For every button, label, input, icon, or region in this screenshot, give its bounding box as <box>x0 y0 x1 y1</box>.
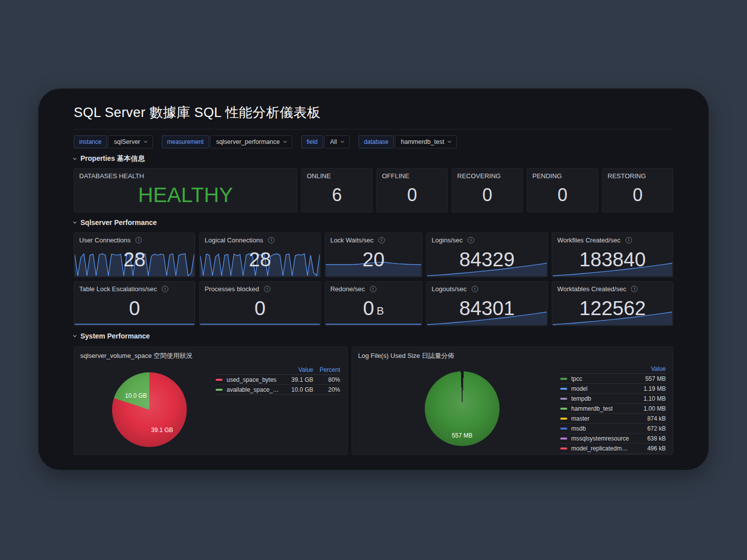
legend-header-row: ValuePercent <box>216 365 340 375</box>
legend-row-tpcc[interactable]: tpcc557 MB <box>560 374 666 384</box>
legend-series-label: available_space_bytes <box>227 386 279 393</box>
stat-value: 84329 <box>427 244 547 277</box>
title-divider <box>74 129 673 129</box>
chevron-down-icon <box>73 220 76 223</box>
legend-value: 1.19 MB <box>630 385 666 392</box>
legend-percent: 80% <box>313 376 340 383</box>
stat-panel-title: PENDING <box>532 172 562 180</box>
performance-panels-row-2: Table Lock Escalations/seci0Processes bl… <box>74 281 673 326</box>
legend-row-available-space-bytes[interactable]: available_space_bytes10.0 GB20% <box>216 385 340 395</box>
legend-row-tempdb[interactable]: tempdb1.10 MB <box>560 394 666 404</box>
series-color-swatch <box>560 438 567 440</box>
stat-value: 28 <box>200 244 320 277</box>
filter-label-field: field <box>301 135 323 148</box>
section-title: Sqlserver Performance <box>81 219 157 226</box>
info-icon[interactable]: i <box>472 286 478 292</box>
panel-workfiles-created-sec: Workfiles Created/seci183840 <box>552 232 673 277</box>
info-icon[interactable]: i <box>162 286 168 292</box>
stat-value: 28 <box>74 244 195 277</box>
stat-panel-title: Logouts/sec <box>432 285 467 293</box>
stat-panel-title: OFFLINE <box>382 172 409 180</box>
stat-panel-title: RECOVERING <box>457 172 500 180</box>
stat-panel-title: RESTORING <box>608 172 646 180</box>
info-icon[interactable]: i <box>268 237 274 243</box>
filter-select-measurement[interactable]: sqlserver_performance <box>210 135 292 148</box>
series-color-swatch <box>216 389 223 391</box>
panel-processes-blocked: Processes blockedi0 <box>199 281 321 326</box>
legend-percent: 20% <box>313 386 340 393</box>
series-color-swatch <box>560 398 567 400</box>
stat-value: 84301 <box>427 293 547 326</box>
legend-row-used-space-bytes[interactable]: used_space_bytes39.1 GB80% <box>216 375 340 385</box>
legend-series-label: tpcc <box>571 375 582 382</box>
legend-series-label: hammerdb_test <box>571 405 613 412</box>
stat-value: 122562 <box>552 293 673 326</box>
series-color-swatch <box>560 448 567 449</box>
stat-panel-title: Processes blocked <box>205 285 259 293</box>
chevron-down-icon <box>341 139 344 143</box>
filter-selected-value: sqlserver_performance <box>216 136 280 148</box>
legend-row-mssqlsystemresource[interactable]: mssqlsystemresource638 kB <box>560 434 666 444</box>
stat-value: 0 <box>452 180 522 212</box>
stat-value: 0B <box>325 293 422 326</box>
pie-slice-label: 39.1 GB <box>151 427 173 434</box>
info-icon[interactable]: i <box>631 286 637 292</box>
stat-panel-title: User Connections <box>79 236 130 244</box>
grafana-dashboard: SQL Server 數據庫 SQL 性能分析儀表板 instancesqlSe… <box>38 89 709 470</box>
legend-series-name: master <box>560 415 630 422</box>
stat-panel-title: Logical Connections <box>205 236 263 244</box>
health-panels-row: DATABASES HEALTHHEALTHYONLINE6OFFLINE0RE… <box>74 168 673 213</box>
section-header-system-performance[interactable]: System Performance <box>74 332 673 340</box>
legend-series-name: tempdb <box>560 395 630 402</box>
info-icon[interactable]: i <box>625 237 632 243</box>
legend-row-master[interactable]: master874 kB <box>560 414 666 424</box>
legend-row-model-replicatedmaster[interactable]: model_replicatedmaster496 kB <box>560 444 666 453</box>
legend-series-name: mssqlsystemresource <box>560 435 630 442</box>
dashboard-content: SQL Server 數據庫 SQL 性能分析儀表板 instancesqlSe… <box>38 89 709 455</box>
stat-value: 20 <box>325 244 422 277</box>
panel-logical-connections: Logical Connectionsi28 <box>199 232 321 277</box>
series-color-swatch <box>216 379 223 381</box>
panel-logins-sec: Logins/seci84329 <box>426 232 548 277</box>
section-header-properties[interactable]: Properties 基本信息 <box>74 154 673 163</box>
series-color-swatch <box>560 418 567 420</box>
info-icon[interactable]: i <box>135 237 142 243</box>
filter-label-database: database <box>359 135 394 148</box>
stat-panel-title: Logins/sec <box>432 236 463 244</box>
series-color-swatch <box>560 408 567 410</box>
legend-value: 496 kB <box>630 445 666 452</box>
info-icon[interactable]: i <box>264 286 270 292</box>
panel-log-file-used-size: Log File(s) Used Size 日誌量分佈 557 MB Value… <box>352 346 673 455</box>
filter-label-instance: instance <box>74 135 107 148</box>
legend-row-hammerdb-test[interactable]: hammerdb_test1.00 MB <box>560 404 666 414</box>
panel-volume-space: sqlserver_volume_space 空間使用狀況 10.0 GB39.… <box>74 346 348 455</box>
filter-select-field[interactable]: All <box>324 135 350 148</box>
chevron-down-icon <box>143 139 147 143</box>
legend-value: 638 kB <box>630 435 666 442</box>
stat-panel-title: Workfiles Created/sec <box>557 236 621 244</box>
filter-label-measurement: measurement <box>162 135 209 148</box>
filter-select-database[interactable]: hammerdb_test <box>395 135 457 148</box>
legend-header-row: Value <box>560 364 666 374</box>
stat-panel-title: Lock Waits/sec <box>330 236 374 244</box>
legend-value: 874 kB <box>630 415 666 422</box>
legend-series-name: available_space_bytes <box>216 386 279 393</box>
legend-series-label: master <box>571 415 590 422</box>
info-icon[interactable]: i <box>468 237 474 243</box>
info-icon[interactable]: i <box>378 237 385 243</box>
section-header-sqlserver-performance[interactable]: Sqlserver Performance <box>74 219 673 226</box>
stat-panel-title: DATABASES HEALTH <box>79 172 144 180</box>
legend-row-msdb[interactable]: msdb672 kB <box>560 424 666 434</box>
legend-series-label: mssqlsystemresource <box>571 435 629 442</box>
legend-row-model[interactable]: model1.19 MB <box>560 384 666 394</box>
legend-column-header: Percent <box>313 366 340 373</box>
legend-series-name: msdb <box>560 425 630 432</box>
filter-selected-value: sqlServer <box>114 136 140 148</box>
info-icon[interactable]: i <box>370 286 376 292</box>
legend-column-header: Value <box>630 365 666 372</box>
legend-series-label: tempdb <box>571 395 591 402</box>
legend-column-header: Value <box>279 366 313 373</box>
panel-pending: PENDING0 <box>527 168 598 213</box>
volume-space-pie-chart <box>112 372 187 447</box>
filter-select-instance[interactable]: sqlServer <box>108 135 153 148</box>
